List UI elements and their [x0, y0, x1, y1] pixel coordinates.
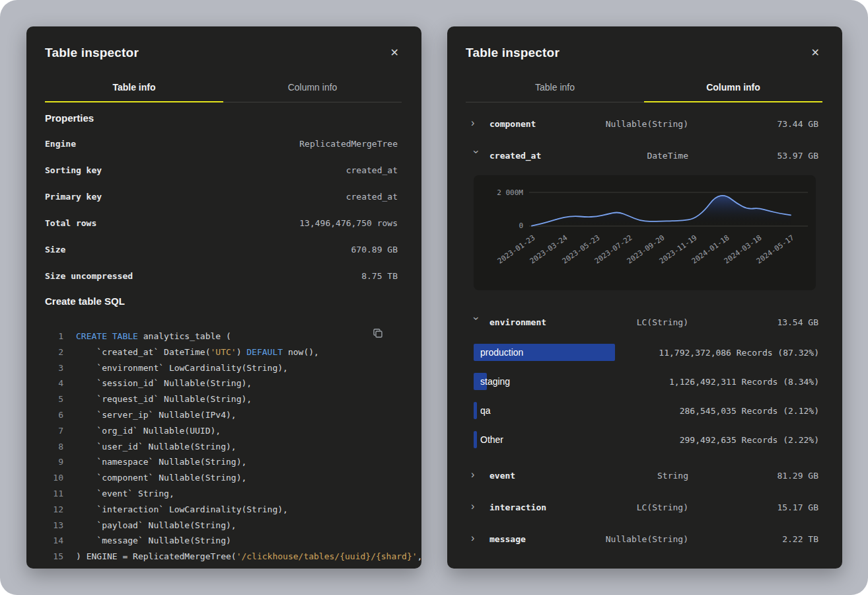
code-line: 14 `message` Nullable(String) — [45, 533, 398, 549]
column-row-interaction[interactable]: › interaction LC(String) 15.17 GB — [447, 491, 842, 523]
column-row-component[interactable]: › component Nullable(String) 73.44 GB — [447, 108, 842, 139]
code-line: 5 `request_id` Nullable(String), — [45, 391, 398, 407]
y-axis-tick-2000m: 2 000M — [487, 188, 523, 197]
code-line: 9 `namespace` Nullable(String), — [45, 454, 398, 470]
code-line: 10 `component` Nullable(String), — [45, 470, 398, 486]
sql-code-block: 1CREATE TABLE analytics_table (2 `create… — [45, 324, 398, 565]
property-row-sorting-key: Sorting key created_at — [45, 157, 398, 184]
code-line: 7 `org_id` Nullable(UUID), — [45, 423, 398, 439]
properties-list: Engine ReplicatedMergeTree Sorting key c… — [45, 131, 398, 290]
column-row-event[interactable]: › event String 81.29 GB — [447, 459, 842, 491]
y-axis-tick-zero: 0 — [487, 221, 523, 230]
tab-table-info[interactable]: Table info — [45, 74, 223, 102]
code-line: 2 `created_at` DateTime('UTC') DEFAULT n… — [45, 344, 398, 360]
chevron-right-icon[interactable]: › — [471, 501, 482, 512]
property-row-size-uncompressed: Size uncompressed 8.75 TB — [45, 263, 398, 290]
code-line: 6 `server_ip` Nullable(IPv4), — [45, 407, 398, 423]
environment-value-bars: production 11,792,372,086 Records (87.32… — [447, 338, 842, 454]
value-bar-qa: qa 286,545,035 Records (2.12%) — [474, 396, 819, 425]
created-at-chart-svg — [474, 175, 816, 290]
tab-column-info[interactable]: Column info — [223, 74, 402, 102]
bar-other — [474, 431, 477, 448]
create-table-sql-heading: Create table SQL — [45, 295, 398, 308]
table-info-body: Properties Engine ReplicatedMergeTree So… — [26, 102, 421, 565]
column-row-created-at[interactable]: › created_at DateTime 53.97 GB — [447, 139, 842, 171]
code-line: 3 `environment` LowCardinality(String), — [45, 360, 398, 376]
modal-title: Table inspector — [466, 46, 560, 60]
code-line: 15) ENGINE = ReplicatedMergeTree('/click… — [45, 549, 398, 565]
copy-icon[interactable] — [373, 328, 383, 340]
code-line: 4 `session_id` Nullable(String), — [45, 376, 398, 391]
value-bar-production: production 11,792,372,086 Records (87.32… — [474, 338, 819, 367]
tab-table-info[interactable]: Table info — [466, 74, 644, 102]
tab-column-info[interactable]: Column info — [644, 74, 822, 102]
chevron-down-icon[interactable]: › — [471, 150, 482, 161]
chevron-down-icon[interactable]: › — [471, 317, 482, 327]
close-icon[interactable]: ✕ — [388, 45, 402, 61]
table-inspector-modal-table-info: Table inspector ✕ Table info Column info… — [26, 26, 421, 569]
properties-heading: Properties — [45, 112, 398, 125]
modal-title: Table inspector — [45, 46, 139, 60]
table-inspector-modal-column-info: Table inspector ✕ Table info Column info… — [447, 26, 842, 569]
code-line: 11 `event` String, — [45, 486, 398, 502]
code-line: 1CREATE TABLE analytics_table ( — [45, 329, 398, 344]
code-line: 8 `user_id` Nullable(String), — [45, 439, 398, 455]
chevron-right-icon[interactable]: › — [471, 118, 482, 128]
column-list: › component Nullable(String) 73.44 GB › … — [447, 102, 842, 555]
sql-code-lines: 1CREATE TABLE analytics_table (2 `create… — [45, 329, 398, 565]
column-row-message[interactable]: › message Nullable(String) 2.22 TB — [447, 523, 842, 555]
modal-header: Table inspector ✕ — [447, 26, 842, 70]
created-at-distribution-chart: 2 000M 0 2023-01-232023-03-242023-05-232… — [474, 175, 816, 290]
code-line: 12 `interaction` LowCardinality(String), — [45, 502, 398, 518]
tab-bar: Table info Column info — [45, 74, 402, 102]
value-bar-staging: staging 1,126,492,311 Records (8.34%) — [474, 367, 819, 396]
chevron-right-icon[interactable]: › — [471, 533, 482, 543]
property-row-total-rows: Total rows 13,496,476,750 rows — [45, 210, 398, 237]
value-bar-other: Other 299,492,635 Records (2.22%) — [474, 425, 819, 454]
desktop-background: Table inspector ✕ Table info Column info… — [0, 0, 868, 595]
chevron-right-icon[interactable]: › — [471, 469, 482, 480]
property-row-size: Size 670.89 GB — [45, 237, 398, 263]
property-row-engine: Engine ReplicatedMergeTree — [45, 131, 398, 157]
tab-bar: Table info Column info — [466, 74, 822, 102]
close-icon[interactable]: ✕ — [809, 45, 822, 61]
code-line: 13 `payload` Nullable(String), — [45, 518, 398, 534]
column-row-environment[interactable]: › environment LC(String) 13.54 GB — [447, 306, 842, 338]
property-row-primary-key: Primary key created_at — [45, 184, 398, 210]
bar-qa — [474, 402, 477, 419]
modal-header: Table inspector ✕ — [26, 26, 421, 70]
